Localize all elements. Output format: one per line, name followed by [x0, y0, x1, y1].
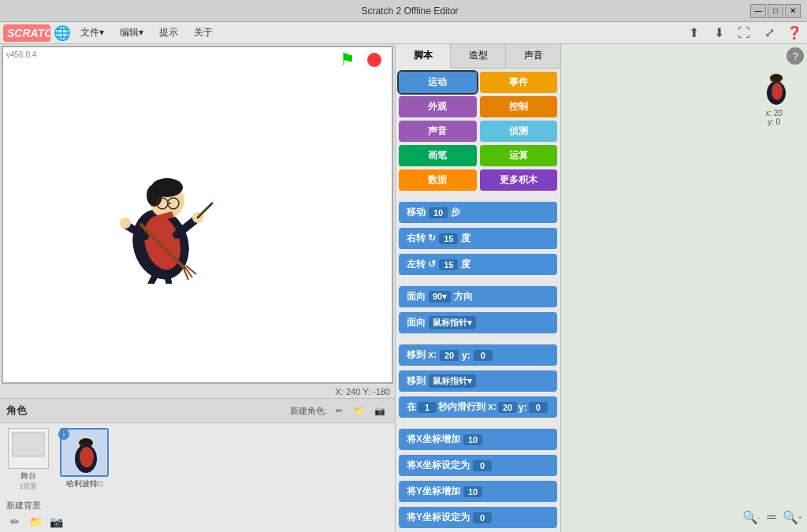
menubar: SCRATCH 🌐 文件▾ 编辑▾ 提示 关于 ⬆ ⬇ ⛶ ⤢ ❓: [0, 22, 807, 44]
block-change-x[interactable]: 将X坐标增加 10: [399, 429, 557, 450]
category-row-5: 数据 更多积木: [399, 169, 557, 191]
zoom-out-button[interactable]: 🔍-: [742, 508, 760, 526]
zoom-reset-button[interactable]: ═: [763, 508, 780, 526]
block-glide[interactable]: 在 1 秒内滑行到 x: 20 y: 0: [399, 396, 557, 418]
middle-panel: 脚本 造型 声音 运动 事件 外观 控制 声音 侦测 画笔 运算: [396, 44, 561, 532]
maximize-button[interactable]: □: [768, 4, 783, 18]
block-point-direction[interactable]: 面向 90▾ 方向: [399, 286, 557, 307]
folder-sprite-button[interactable]: 📁: [351, 402, 368, 419]
sprite-harry-on-stage: [98, 150, 224, 286]
category-motion[interactable]: 运动: [399, 72, 477, 93]
sprite-panel-title: 角色: [6, 404, 27, 418]
block-goto[interactable]: 移到 鼠标指针▾: [399, 370, 557, 392]
camera-backdrop-button[interactable]: 📷: [47, 513, 65, 530]
block-spacer-3: [399, 422, 557, 429]
svg-point-36: [772, 83, 783, 100]
svg-text:SCRATCH: SCRATCH: [7, 27, 50, 39]
block-turn-right[interactable]: 右转 ↻ 15 度: [399, 228, 557, 249]
block-goto-xy[interactable]: 移到 x: 20 y: 0: [399, 344, 557, 366]
block-change-y[interactable]: 将Y坐标增加 10: [399, 481, 557, 502]
tab-sounds[interactable]: 声音: [506, 44, 560, 68]
minimize-button[interactable]: —: [750, 4, 766, 18]
harry-sprite-svg: [98, 150, 224, 284]
svg-point-6: [147, 184, 162, 206]
tab-costumes[interactable]: 造型: [451, 44, 506, 68]
sprite-x-coord: x: 20 y: 0: [765, 109, 783, 126]
category-pen[interactable]: 画笔: [399, 145, 477, 166]
menu-file[interactable]: 文件▾: [74, 24, 110, 42]
tab-scripts[interactable]: 脚本: [396, 44, 451, 69]
new-backdrop-label: 新建背景: [6, 500, 389, 512]
right-panel: ? x: 20 y: 0 🔍- ═ 🔍+: [561, 44, 807, 532]
svg-point-30: [80, 447, 94, 467]
zoom-controls: 🔍- ═ 🔍+: [742, 508, 801, 526]
sprite-preview-panel: x: 20 y: 0: [750, 68, 798, 126]
category-more[interactable]: 更多积木: [480, 169, 558, 191]
stage-image: [8, 428, 49, 469]
category-sound[interactable]: 声音: [399, 121, 477, 142]
svg-line-15: [198, 203, 212, 218]
green-flag-button[interactable]: ⚑: [337, 50, 359, 69]
category-operators[interactable]: 运算: [480, 145, 558, 166]
block-move-steps[interactable]: 移动 10 步: [399, 202, 557, 223]
sprite-panel: 角色 新建角色: ✏ 📁 📷: [0, 398, 395, 532]
paint-sprite-button[interactable]: ✏: [330, 402, 348, 419]
svg-point-13: [120, 218, 131, 229]
category-looks[interactable]: 外观: [399, 96, 477, 117]
block-spacer-2: [399, 338, 557, 344]
scratch-logo: SCRATCH: [3, 24, 50, 42]
stage-thumbnail[interactable]: 舞台 1背景: [5, 428, 52, 492]
category-sensing[interactable]: 侦测: [480, 121, 558, 142]
stop-icon: [366, 52, 382, 68]
menu-about[interactable]: 关于: [188, 24, 219, 42]
script-tabs: 脚本 造型 声音: [396, 44, 560, 69]
folder-backdrop-button[interactable]: 📁: [27, 513, 44, 530]
stage-sub: 1背景: [19, 482, 37, 492]
new-backdrop-section: 新建背景 ✏ 📁 📷: [0, 497, 395, 532]
category-control[interactable]: 控制: [480, 96, 558, 117]
fullscreen-icon[interactable]: ⛶: [734, 24, 753, 43]
svg-rect-24: [13, 433, 44, 456]
block-turn-left[interactable]: 左转 ↺ 15 度: [399, 254, 557, 275]
zoom-in-button[interactable]: 🔍+: [783, 508, 801, 526]
titlebar: Scratch 2 Offline Editor — □ ✕: [0, 0, 807, 22]
harry-sprite-name: 哈利波特□: [66, 478, 102, 489]
sprite-preview-svg: [754, 68, 794, 107]
block-spacer-1: [399, 280, 557, 286]
category-data[interactable]: 数据: [399, 169, 477, 191]
block-set-y[interactable]: 将Y坐标设定为 0: [399, 507, 557, 528]
category-events[interactable]: 事件: [480, 72, 558, 93]
harry-thumbnail[interactable]: i 哈利波特□: [57, 428, 112, 492]
category-row-2: 外观 控制: [399, 96, 557, 117]
paint-backdrop-button[interactable]: ✏: [6, 513, 24, 530]
window-controls: — □ ✕: [750, 4, 801, 18]
sprite-list: 舞台 1背景 i: [0, 423, 395, 497]
download-icon[interactable]: ⬇: [709, 24, 728, 43]
category-row-4: 画笔 运算: [399, 145, 557, 166]
svg-line-21: [167, 274, 170, 284]
globe-icon[interactable]: 🌐: [54, 24, 71, 42]
menu-tips[interactable]: 提示: [153, 24, 184, 42]
svg-point-22: [367, 53, 381, 67]
camera-sprite-button[interactable]: 📷: [371, 402, 389, 419]
stage-controls: ⚑: [337, 50, 385, 69]
new-sprite-controls: 新建角色: ✏ 📁 📷: [290, 402, 389, 419]
expand-icon[interactable]: ⤢: [760, 24, 779, 43]
new-sprite-label: 新建角色:: [290, 405, 327, 417]
sprite-info-button[interactable]: i: [58, 429, 69, 440]
stage-area: v456.0.4: [2, 46, 393, 384]
help-toolbar-icon[interactable]: ❓: [785, 24, 804, 43]
stop-button[interactable]: [363, 50, 385, 69]
block-set-x[interactable]: 将X坐标设定为 0: [399, 455, 557, 476]
stage-preview-svg: [9, 429, 48, 468]
category-row-3: 声音 侦测: [399, 121, 557, 142]
blocks-container: 移动 10 步 右转 ↻ 15 度 左转 ↺ 15 度: [396, 197, 560, 532]
menu-edit[interactable]: 编辑▾: [113, 24, 150, 42]
stage-name: 舞台: [20, 471, 36, 482]
upload-icon[interactable]: ⬆: [684, 24, 703, 43]
blocks-scroll[interactable]: 移动 10 步 右转 ↻ 15 度 左转 ↺ 15 度: [396, 197, 560, 532]
close-button[interactable]: ✕: [785, 4, 801, 18]
menubar-right: ⬆ ⬇ ⛶ ⤢ ❓: [684, 24, 804, 43]
block-point-towards[interactable]: 面向 鼠标指针▾: [399, 312, 557, 333]
backdrop-buttons: ✏ 📁 📷: [6, 513, 389, 530]
